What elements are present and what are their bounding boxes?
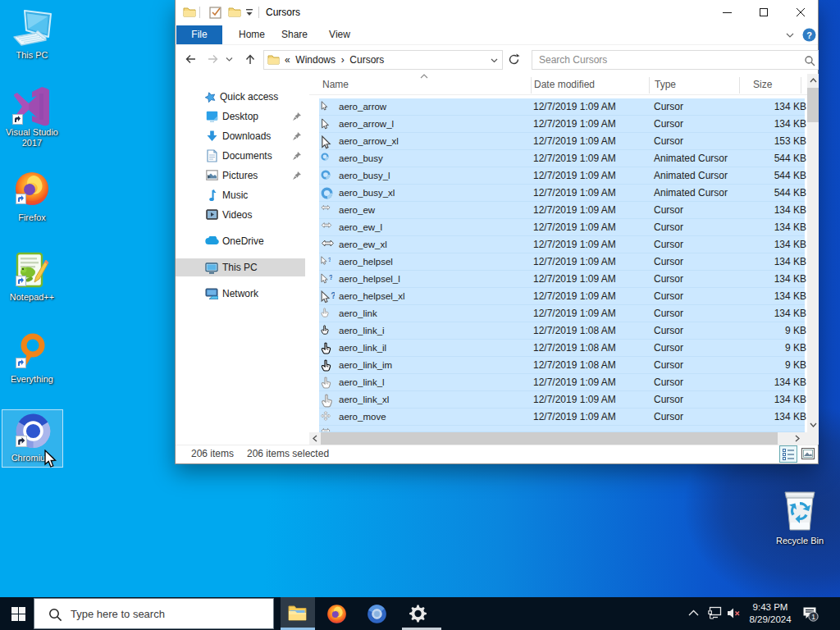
svg-text:?: ? [328,256,331,263]
svg-text:?: ? [331,291,335,300]
svg-text:?: ? [329,273,332,281]
svg-text:1: 1 [811,613,815,621]
svg-text:?: ? [806,30,812,40]
